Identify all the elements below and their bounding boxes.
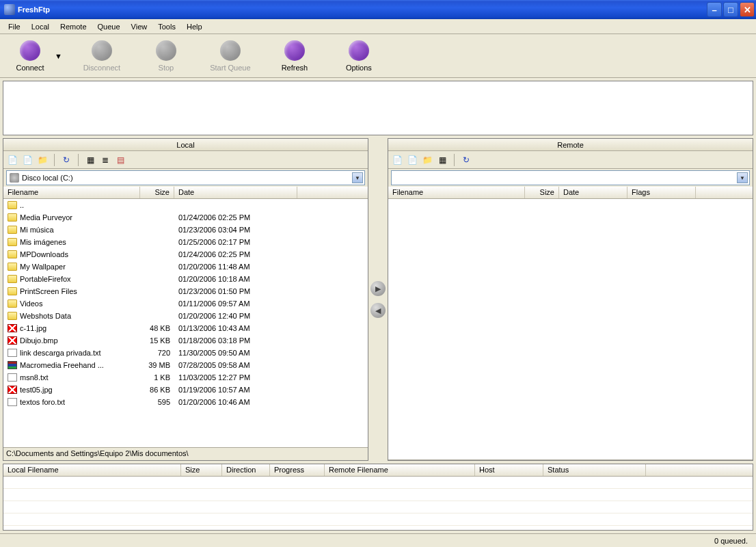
refresh-local-icon[interactable]: ↻ <box>60 154 72 166</box>
separator <box>78 154 79 166</box>
column-date[interactable]: Date <box>174 187 297 198</box>
refresh-button[interactable]: Refresh <box>270 40 319 72</box>
list-item[interactable]: Mi música01/23/2006 03:04 PM <box>3 224 368 236</box>
queue-column-remote-filename[interactable]: Remote Filename <box>325 464 475 476</box>
list-item[interactable]: Media Purveyor01/24/2006 02:25 PM <box>3 211 368 224</box>
close-button[interactable]: ✕ <box>740 2 755 17</box>
disconnect-icon <box>92 40 112 61</box>
column-size[interactable]: Size <box>525 187 559 198</box>
file-name: My Wallpaper <box>20 263 66 271</box>
view-icon-3[interactable]: ▤ <box>114 154 126 166</box>
delete-icon[interactable]: 📄 <box>21 154 33 166</box>
connect-icon <box>20 40 40 61</box>
view-icon-1[interactable]: ▦ <box>84 154 96 166</box>
titlebar[interactable]: FreshFtp – □ ✕ <box>0 0 756 19</box>
queue-column-direction[interactable]: Direction <box>222 464 270 476</box>
list-item[interactable]: .. <box>3 199 368 211</box>
local-file-list[interactable]: ..Media Purveyor01/24/2006 02:25 PMMi mú… <box>3 199 368 448</box>
queue-column-size[interactable]: Size <box>181 464 222 476</box>
transfer-right-button[interactable]: ▶ <box>370 281 386 296</box>
menu-tools[interactable]: Tools <box>152 21 181 32</box>
queue-column-status[interactable]: Status <box>543 464 646 476</box>
file-size: 39 MB <box>140 361 174 369</box>
menu-queue[interactable]: Queue <box>92 21 126 32</box>
file-name: msn8.txt <box>20 373 49 382</box>
list-item[interactable]: Dibujo.bmp15 KB01/18/2006 03:18 PM <box>3 334 368 347</box>
file-date: 01/23/2006 03:04 PM <box>174 226 297 234</box>
column-filename[interactable]: Filename <box>388 187 525 198</box>
file-date: 01/18/2006 03:18 PM <box>174 336 297 345</box>
list-item[interactable]: c-11.jpg48 KB01/13/2006 10:43 AM <box>3 322 368 334</box>
connect-button[interactable]: Connect <box>5 40 55 72</box>
transfer-left-button[interactable]: ◀ <box>370 303 386 318</box>
list-item[interactable]: MPDownloads01/24/2006 02:25 PM <box>3 248 368 261</box>
queue-row <box>3 501 753 513</box>
list-item[interactable]: PrintScreen Files01/23/2006 01:50 PM <box>3 285 368 297</box>
stop-icon <box>156 40 176 61</box>
menu-local[interactable]: Local <box>26 21 55 32</box>
toolbar-label: Connect <box>16 64 44 72</box>
chevron-down-icon[interactable]: ▼ <box>737 172 748 183</box>
new-folder-icon[interactable]: 📁 <box>36 154 49 166</box>
main-split: Local 📄 📄 📁 ↻ ▦ ≣ ▤ Disco local (C:) ▼ F… <box>3 138 753 461</box>
menu-file[interactable]: File <box>3 21 26 32</box>
queue-column-host[interactable]: Host <box>475 464 543 476</box>
minimize-button[interactable]: – <box>707 2 722 17</box>
copy-icon[interactable]: 📄 <box>6 154 18 166</box>
file-date: 11/03/2005 12:27 PM <box>174 373 297 382</box>
file-date: 01/20/2006 11:48 AM <box>174 263 297 271</box>
connect-dropdown[interactable]: ▼ <box>55 52 62 60</box>
list-item[interactable]: Macromedia Freehand ...39 MB07/28/2005 0… <box>3 359 368 371</box>
remote-pane-title: Remote <box>388 139 753 151</box>
properties-icon[interactable]: ▦ <box>436 154 448 166</box>
column-flags[interactable]: Flags <box>627 187 696 198</box>
list-item[interactable]: My Wallpaper01/20/2006 11:48 AM <box>3 261 368 273</box>
list-item[interactable]: textos foro.txt59501/20/2006 10:46 AM <box>3 396 368 408</box>
file-size: 1 KB <box>140 373 174 382</box>
file-date: 01/20/2006 12:40 PM <box>174 312 297 320</box>
separator <box>454 154 455 166</box>
column-size[interactable]: Size <box>140 187 174 198</box>
queue-column-local-filename[interactable]: Local Filename <box>3 464 181 476</box>
delete-icon[interactable]: 📄 <box>406 154 418 166</box>
list-item[interactable]: test05.jpg86 KB01/19/2006 10:57 AM <box>3 384 368 396</box>
menu-help[interactable]: Help <box>181 21 208 32</box>
new-folder-icon[interactable]: 📁 <box>421 154 433 166</box>
file-size: 48 KB <box>140 324 174 332</box>
local-pane: Local 📄 📄 📁 ↻ ▦ ≣ ▤ Disco local (C:) ▼ F… <box>3 138 368 461</box>
drive-combo[interactable]: Disco local (C:) ▼ <box>6 170 365 185</box>
statusbar: 0 queued. <box>0 533 756 547</box>
queue-body[interactable] <box>3 477 753 530</box>
list-item[interactable]: Webshots Data01/20/2006 12:40 PM <box>3 310 368 322</box>
remote-file-list[interactable] <box>388 199 753 460</box>
file-date: 01/23/2006 01:50 PM <box>174 287 297 295</box>
menubar: FileLocalRemoteQueueViewToolsHelp <box>0 19 756 34</box>
toolbar-label: Stop <box>159 64 174 72</box>
list-item[interactable]: Videos01/11/2006 09:57 AM <box>3 297 368 310</box>
list-item[interactable]: PortableFirefox01/20/2006 10:18 AM <box>3 273 368 285</box>
log-panel <box>3 81 753 135</box>
file-name: Macromedia Freehand ... <box>20 361 104 369</box>
chevron-down-icon[interactable]: ▼ <box>352 172 363 183</box>
list-item[interactable]: Mis imágenes01/25/2006 02:17 PM <box>3 236 368 248</box>
refresh-remote-icon[interactable]: ↻ <box>460 154 472 166</box>
list-item[interactable]: link descarga privada.txt72011/30/2005 0… <box>3 347 368 359</box>
file-name: Dibujo.bmp <box>20 336 58 345</box>
remote-path-combo[interactable]: ▼ <box>391 170 750 185</box>
folder-icon <box>8 312 17 320</box>
column-date[interactable]: Date <box>559 187 627 198</box>
queue-column-progress[interactable]: Progress <box>270 464 325 476</box>
drive-icon <box>10 173 19 183</box>
file-date: 01/20/2006 10:46 AM <box>174 398 297 406</box>
folder-icon <box>8 287 17 295</box>
menu-remote[interactable]: Remote <box>55 21 92 32</box>
maximize-button[interactable]: □ <box>723 2 738 17</box>
column-filename[interactable]: Filename <box>3 187 140 198</box>
list-item[interactable]: msn8.txt1 KB11/03/2005 12:27 PM <box>3 371 368 384</box>
file-name: PortableFirefox <box>20 275 71 283</box>
options-button[interactable]: Options <box>334 40 383 72</box>
copy-icon[interactable]: 📄 <box>391 154 403 166</box>
view-icon-2[interactable]: ≣ <box>99 154 111 166</box>
menu-view[interactable]: View <box>126 21 153 32</box>
folder-icon <box>8 226 17 234</box>
